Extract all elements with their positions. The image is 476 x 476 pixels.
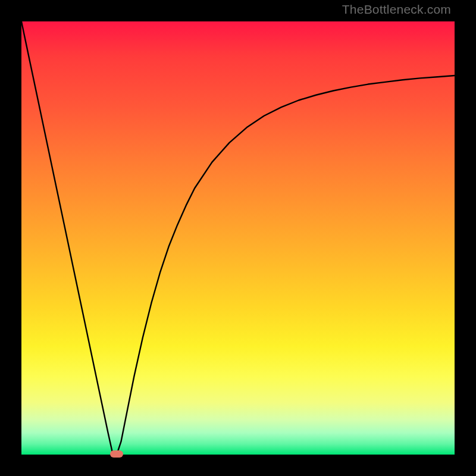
chart-frame: TheBottleneck.com <box>0 0 476 476</box>
curve-path <box>21 21 455 455</box>
watermark-text: TheBottleneck.com <box>342 2 451 17</box>
bottleneck-curve <box>21 21 455 455</box>
optimal-point-marker <box>110 450 123 458</box>
plot-area <box>21 21 455 455</box>
